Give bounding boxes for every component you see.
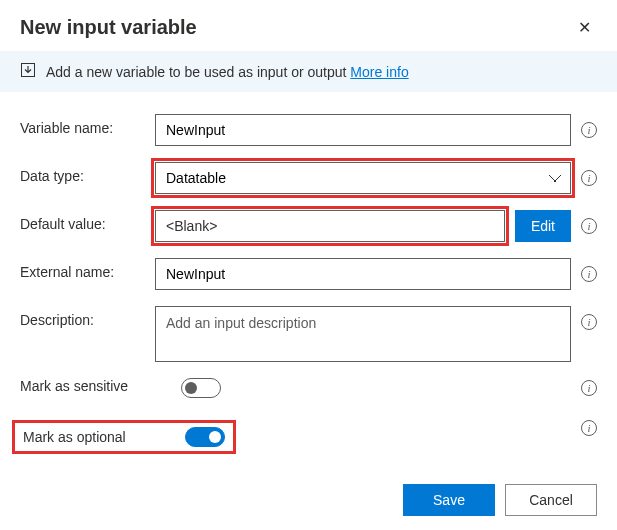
label-mark-optional: Mark as optional: [23, 429, 175, 445]
cancel-button[interactable]: Cancel: [505, 484, 597, 516]
row-variable-name: Variable name: i: [20, 114, 597, 146]
dialog-header: New input variable ✕: [0, 0, 617, 51]
info-bar: Add a new variable to be used as input o…: [0, 51, 617, 92]
info-icon[interactable]: i: [581, 420, 597, 436]
save-button[interactable]: Save: [403, 484, 495, 516]
data-type-select[interactable]: Datatable: [155, 162, 571, 194]
default-value-box: <Blank>: [155, 210, 505, 242]
label-data-type: Data type:: [20, 162, 155, 184]
info-icon[interactable]: i: [581, 266, 597, 282]
label-mark-sensitive: Mark as sensitive: [20, 378, 180, 394]
info-icon[interactable]: i: [581, 122, 597, 138]
info-icon[interactable]: i: [581, 380, 597, 396]
row-mark-sensitive: Mark as sensitive i: [20, 378, 597, 398]
info-icon[interactable]: i: [581, 170, 597, 186]
info-bar-message: Add a new variable to be used as input o…: [46, 64, 350, 80]
toggle-knob: [185, 382, 197, 394]
default-value-text: <Blank>: [166, 218, 217, 234]
close-icon: ✕: [578, 19, 591, 36]
row-data-type: Data type: Datatable i: [20, 162, 597, 194]
label-description: Description:: [20, 306, 155, 328]
info-icon[interactable]: i: [581, 218, 597, 234]
dialog-footer: Save Cancel: [403, 484, 597, 516]
external-name-input[interactable]: [155, 258, 571, 290]
row-default-value: Default value: <Blank> Edit i: [20, 210, 597, 242]
row-description: Description: i: [20, 306, 597, 362]
dialog-title: New input variable: [20, 16, 197, 39]
info-bar-text: Add a new variable to be used as input o…: [46, 64, 409, 80]
row-mark-optional: Mark as optional i: [20, 420, 597, 454]
mark-sensitive-toggle[interactable]: [181, 378, 221, 398]
row-external-name: External name: i: [20, 258, 597, 290]
more-info-link[interactable]: More info: [350, 64, 408, 80]
edit-default-value-button[interactable]: Edit: [515, 210, 571, 242]
label-default-value: Default value:: [20, 210, 155, 232]
import-icon: [20, 62, 36, 81]
label-variable-name: Variable name:: [20, 114, 155, 136]
variable-name-input[interactable]: [155, 114, 571, 146]
form-body: Variable name: i Data type: Datatable i …: [0, 92, 617, 474]
close-button[interactable]: ✕: [572, 14, 597, 41]
mark-optional-toggle[interactable]: [185, 427, 225, 447]
description-textarea[interactable]: [155, 306, 571, 362]
new-input-variable-dialog: New input variable ✕ Add a new variable …: [0, 0, 617, 530]
mark-optional-highlight: Mark as optional: [12, 420, 236, 454]
info-icon[interactable]: i: [581, 314, 597, 330]
toggle-knob: [209, 431, 221, 443]
label-external-name: External name:: [20, 258, 155, 280]
